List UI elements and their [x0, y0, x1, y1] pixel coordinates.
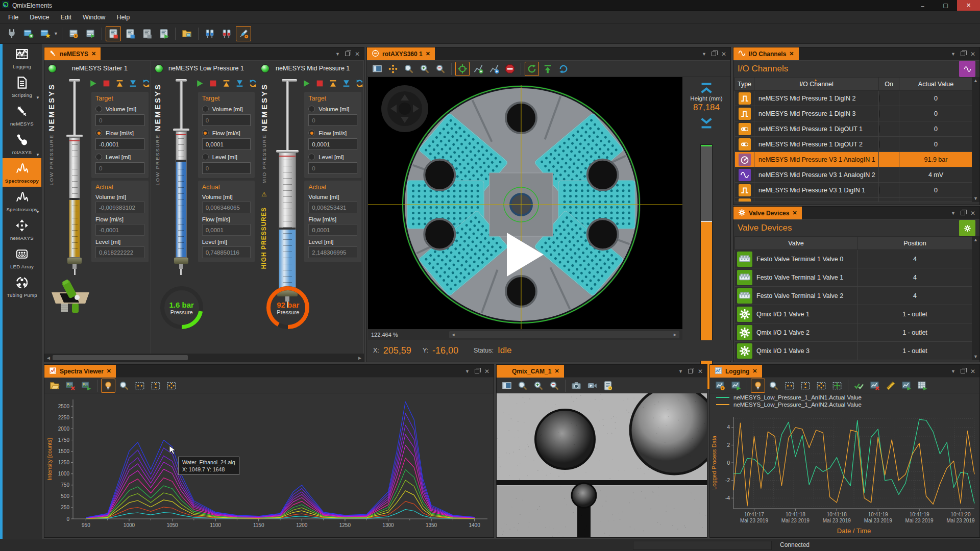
io-col-actual-value[interactable]: Actual Value — [899, 78, 973, 91]
float-icon[interactable] — [961, 369, 965, 373]
syringe-pair-blue-icon[interactable] — [202, 26, 217, 41]
close-panel-icon[interactable]: ✕ — [970, 368, 975, 375]
valve-table-row[interactable]: Festo Valve Terminal 1 Valve 24 — [735, 287, 973, 305]
menu-file[interactable]: File — [3, 12, 23, 22]
valve-table-row[interactable]: Festo Valve Terminal 1 Valve 14 — [735, 268, 973, 287]
valve-table-row[interactable]: Festo Valve Terminal 1 Valve 04 — [735, 250, 973, 268]
tab-close-icon[interactable]: ✕ — [554, 368, 559, 374]
home-up-icon[interactable] — [541, 62, 555, 76]
empty-button[interactable] — [128, 78, 138, 88]
dock-menu-icon[interactable]: ▼ — [678, 369, 683, 374]
image-delete-icon[interactable] — [63, 379, 78, 393]
refresh-button[interactable] — [355, 78, 364, 88]
script-blue-icon[interactable] — [122, 26, 138, 41]
image-export-icon[interactable] — [79, 379, 93, 393]
stop-sign-icon[interactable] — [503, 62, 517, 76]
io-table-row[interactable]: neMESYS Mid Pressure 1 DigIN 20 — [735, 91, 973, 106]
target-volume-input[interactable] — [95, 114, 144, 126]
fit-width-icon[interactable] — [133, 379, 147, 393]
minimize-button[interactable]: – — [911, 0, 934, 11]
io-col-on[interactable]: On — [879, 78, 899, 91]
target-level-input[interactable] — [202, 162, 251, 174]
target-level-radio[interactable] — [202, 154, 209, 160]
tab-spectra-viewer[interactable]: Spectra Viewer✕ — [44, 365, 116, 378]
io-table-row[interactable]: neMESYS Mid Pressure 1 DigOUT 20 — [735, 137, 973, 152]
chevron-down-icon[interactable]: ▼ — [36, 153, 40, 157]
valve-table-row[interactable]: Qmix I/O 1 Valve 11 - outlet — [735, 305, 973, 323]
sidebar-item-scripting[interactable]: Scripting▼ — [3, 72, 41, 101]
move-up-icon[interactable] — [700, 82, 713, 93]
sidebar-item-spectroscopy[interactable]: Spectroscopy▼ — [3, 187, 41, 215]
fit-all-icon[interactable] — [814, 379, 828, 393]
dock-menu-icon[interactable]: ▼ — [702, 52, 706, 57]
chevron-down-icon[interactable]: ▼ — [36, 95, 40, 100]
io-vscrollbar[interactable]: ▲▼ — [972, 77, 979, 202]
script-stop-icon[interactable] — [106, 26, 121, 41]
path-add-green-icon[interactable] — [471, 62, 485, 76]
io-table-row[interactable]: neMESYS Mid Pressure V3 1 AnalogIN 24 mV — [735, 167, 973, 183]
target-level-radio[interactable] — [95, 154, 102, 160]
chart-settings-icon[interactable] — [713, 379, 727, 393]
syringe-pair-red-icon[interactable] — [219, 26, 234, 41]
io-col-type[interactable]: Type — [735, 78, 754, 91]
display-icon[interactable] — [370, 62, 384, 76]
io-table-row[interactable]: neMESYS Mid Pressure V3 1 AnalogIN 191.9… — [735, 152, 973, 167]
nemesys-hscrollbar[interactable]: ◄ ► — [44, 354, 364, 362]
close-panel-icon[interactable]: ✕ — [698, 368, 703, 375]
zoom-out-icon[interactable] — [547, 379, 561, 393]
tab-close-icon[interactable]: ✕ — [789, 51, 794, 57]
target-volume-radio[interactable] — [95, 106, 102, 112]
io-table-row[interactable]: neMESYS Mid Pressure V3 1 DigIN 10 — [735, 183, 973, 198]
valve-table-row[interactable]: Qmix I/O 1 Valve 31 - outlet — [735, 342, 973, 360]
target-icon[interactable] — [455, 62, 470, 76]
fit-width-icon[interactable] — [782, 379, 797, 393]
float-icon[interactable] — [961, 211, 965, 215]
close-panel-icon[interactable]: ✕ — [970, 51, 975, 58]
check-icon[interactable] — [852, 379, 866, 393]
close-panel-icon[interactable]: ✕ — [484, 368, 489, 375]
target-flow-input[interactable] — [308, 138, 357, 150]
tab-close-icon[interactable]: ✕ — [426, 51, 430, 57]
io-table-row[interactable]: neMESYS Mid Pressure 1 DigOUT 10 — [735, 121, 973, 137]
zoom-icon[interactable] — [402, 62, 416, 76]
target-level-input[interactable] — [95, 162, 144, 174]
fill-button[interactable] — [328, 78, 338, 88]
close-panel-icon[interactable]: ✕ — [970, 210, 975, 217]
window-star-icon[interactable] — [38, 26, 53, 41]
float-icon[interactable] — [712, 52, 716, 56]
chevron-down-icon[interactable]: ▼ — [36, 210, 40, 214]
zoom-in-icon[interactable] — [531, 379, 546, 393]
lamp-icon[interactable] — [101, 379, 115, 393]
fit-height-icon[interactable] — [798, 379, 813, 393]
tab-close-icon[interactable]: ✕ — [107, 368, 111, 374]
tab-qmix-cam[interactable]: Qmix_CAM_1✕ — [497, 365, 564, 378]
tab-close-icon[interactable]: ✕ — [792, 210, 797, 216]
zoom-in-icon[interactable] — [418, 62, 432, 76]
stop-button[interactable] — [102, 78, 111, 88]
zoom-icon[interactable] — [516, 379, 530, 393]
fit-all-icon[interactable] — [164, 379, 179, 393]
channel-on-led[interactable] — [879, 186, 880, 194]
stop-button[interactable] — [208, 78, 218, 88]
sidebar-item-tubing-pump[interactable]: Tubing Pump — [3, 272, 41, 301]
dock-menu-icon[interactable]: ▼ — [951, 369, 955, 374]
dock-menu-icon[interactable]: ▼ — [465, 369, 470, 374]
menu-device[interactable]: Device — [24, 12, 54, 22]
valve-table-row[interactable]: Qmix I/O 1 Valve 21 - outlet — [735, 323, 973, 342]
spectra-chart[interactable]: 0250500750100012501500175020002250250095… — [44, 393, 494, 537]
close-panel-icon[interactable]: ✕ — [355, 51, 360, 58]
start-button[interactable] — [195, 78, 205, 88]
menu-help[interactable]: Help — [111, 12, 135, 22]
fill-button[interactable] — [115, 78, 125, 88]
dock-menu-icon[interactable]: ▼ — [335, 52, 340, 57]
target-volume-input[interactable] — [202, 114, 251, 126]
sidebar-item-logging[interactable]: Logging — [3, 44, 41, 72]
path-add-blue-icon[interactable] — [487, 62, 501, 76]
video-icon[interactable] — [585, 379, 599, 393]
target-flow-input[interactable] — [202, 138, 251, 150]
fit-height-icon[interactable] — [149, 379, 163, 393]
script-gray-icon[interactable] — [139, 26, 155, 41]
doc-config-icon[interactable] — [601, 379, 615, 393]
tab-nemesys[interactable]: neMESYS✕ — [44, 47, 101, 60]
start-button[interactable] — [88, 78, 98, 88]
